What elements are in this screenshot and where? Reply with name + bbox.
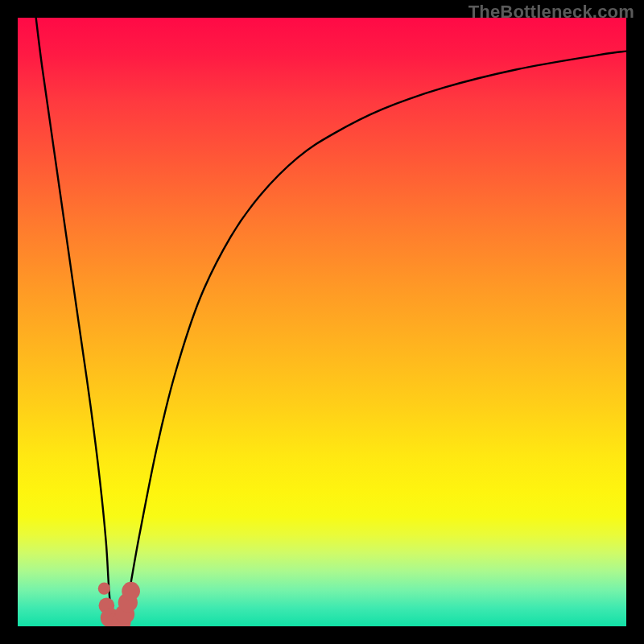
- data-marker: [122, 582, 140, 601]
- bottleneck-curve: [36, 18, 626, 624]
- curve-layer: [18, 18, 626, 626]
- chart-frame: TheBottleneck.com: [0, 0, 644, 644]
- plot-area: [18, 18, 626, 626]
- data-marker: [98, 583, 110, 595]
- marker-group: [98, 582, 140, 626]
- watermark-text: TheBottleneck.com: [469, 2, 634, 23]
